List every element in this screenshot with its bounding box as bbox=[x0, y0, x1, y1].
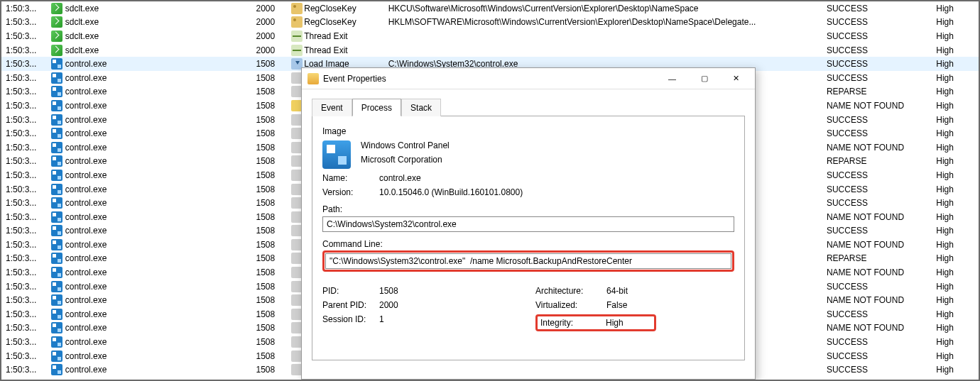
time-cell: 1:50:3... bbox=[1, 73, 51, 83]
result-cell: SUCCESS bbox=[827, 226, 936, 236]
pid-cell: 1508 bbox=[256, 295, 291, 305]
process-icon bbox=[51, 253, 62, 264]
process-name: control.exe bbox=[65, 101, 107, 111]
sid-label: Session ID: bbox=[322, 314, 379, 324]
detail-cell: High bbox=[936, 212, 979, 222]
version-label: Version: bbox=[322, 187, 379, 197]
process-icon bbox=[51, 72, 62, 84]
detail-cell: High bbox=[936, 226, 979, 236]
result-cell: SUCCESS bbox=[827, 115, 936, 125]
time-cell: 1:50:3... bbox=[1, 253, 51, 263]
detail-cell: High bbox=[936, 170, 979, 180]
pid-cell: 1508 bbox=[256, 226, 291, 236]
tab-process[interactable]: Process bbox=[352, 99, 401, 116]
result-cell: REPARSE bbox=[827, 156, 936, 166]
detail-cell: High bbox=[936, 365, 979, 375]
operation-icon bbox=[291, 45, 303, 56]
result-cell: SUCCESS bbox=[827, 337, 936, 347]
pid-cell: 1508 bbox=[256, 351, 291, 361]
pid-cell: 1508 bbox=[256, 87, 291, 96]
process-icon bbox=[51, 31, 62, 42]
dialog-titlebar[interactable]: Event Properties — ▢ ✕ bbox=[302, 68, 755, 89]
time-cell: 1:50:3... bbox=[1, 4, 51, 13]
tab-stack[interactable]: Stack bbox=[401, 99, 441, 116]
table-row[interactable]: 1:50:3...sdclt.exe2000Thread ExitSUCCESS… bbox=[1, 43, 979, 57]
process-icon bbox=[51, 281, 62, 292]
operation-name: RegCloseKey bbox=[304, 17, 356, 27]
process-icon bbox=[51, 100, 62, 111]
virt-value: False bbox=[606, 300, 627, 310]
sid-value: 1 bbox=[379, 314, 384, 324]
process-icon bbox=[51, 309, 62, 320]
time-cell: 1:50:3... bbox=[1, 87, 51, 96]
result-cell: SUCCESS bbox=[827, 128, 936, 138]
table-row[interactable]: 1:50:3...sdclt.exe2000RegCloseKeyHKLM\SO… bbox=[1, 16, 979, 30]
path-cell: HKLM\SOFTWARE\Microsoft\Windows\CurrentV… bbox=[388, 17, 827, 27]
process-icon bbox=[51, 16, 62, 28]
process-name: control.exe bbox=[65, 240, 107, 250]
process-icon bbox=[51, 170, 62, 181]
time-cell: 1:50:3... bbox=[1, 45, 51, 55]
result-cell: SUCCESS bbox=[827, 45, 936, 55]
process-icon bbox=[51, 58, 62, 70]
process-icon bbox=[51, 294, 62, 306]
minimize-button[interactable]: — bbox=[656, 69, 688, 89]
process-name: control.exe bbox=[65, 184, 107, 194]
detail-cell: High bbox=[936, 17, 979, 27]
arch-label: Architecture: bbox=[535, 286, 606, 296]
process-icon bbox=[51, 267, 62, 278]
process-name: control.exe bbox=[65, 170, 107, 180]
arch-value: 64-bit bbox=[606, 286, 628, 296]
result-cell: NAME NOT FOUND bbox=[827, 295, 936, 305]
result-cell: SUCCESS bbox=[827, 31, 936, 41]
table-row[interactable]: 1:50:3...sdclt.exe2000RegCloseKeyHKCU\So… bbox=[1, 1, 979, 16]
result-cell: NAME NOT FOUND bbox=[827, 267, 936, 277]
table-row[interactable]: 1:50:3...sdclt.exe2000Thread ExitSUCCESS… bbox=[1, 29, 979, 43]
event-properties-dialog: Event Properties — ▢ ✕ Event Process Sta… bbox=[301, 67, 756, 380]
pid-cell: 1508 bbox=[256, 323, 291, 333]
tab-content: Image Windows Control Panel Microsoft Co… bbox=[312, 116, 745, 360]
detail-cell: High bbox=[936, 309, 979, 319]
close-button[interactable]: ✕ bbox=[720, 69, 752, 89]
result-cell: SUCCESS bbox=[827, 309, 936, 319]
integrity-label: Integrity: bbox=[540, 318, 606, 328]
process-icon bbox=[51, 142, 62, 153]
virt-label: Virtualized: bbox=[535, 300, 606, 310]
process-name: control.exe bbox=[65, 212, 107, 222]
result-cell: SUCCESS bbox=[827, 59, 936, 69]
time-cell: 1:50:3... bbox=[1, 128, 51, 138]
process-name: control.exe bbox=[65, 365, 107, 375]
pid-cell: 1508 bbox=[256, 143, 291, 153]
detail-cell: High bbox=[936, 143, 979, 153]
cmdline-field[interactable] bbox=[325, 253, 731, 269]
process-name: control.exe bbox=[65, 282, 107, 292]
process-name: sdclt.exe bbox=[65, 4, 99, 13]
operation-icon bbox=[291, 3, 303, 14]
process-icon bbox=[51, 225, 62, 236]
process-name: control.exe bbox=[65, 323, 107, 333]
maximize-button[interactable]: ▢ bbox=[688, 69, 720, 89]
detail-cell: High bbox=[936, 115, 979, 125]
process-name: control.exe bbox=[65, 351, 107, 361]
process-icon bbox=[51, 322, 62, 333]
tab-event[interactable]: Event bbox=[312, 99, 352, 116]
detail-cell: High bbox=[936, 101, 979, 111]
process-icon bbox=[51, 239, 62, 250]
integrity-value: High bbox=[606, 318, 624, 328]
dialog-icon bbox=[307, 73, 319, 84]
path-field[interactable] bbox=[322, 216, 734, 232]
time-cell: 1:50:3... bbox=[1, 101, 51, 111]
detail-cell: High bbox=[936, 253, 979, 263]
image-section-label: Image bbox=[322, 126, 734, 136]
detail-cell: High bbox=[936, 156, 979, 166]
process-icon bbox=[51, 114, 62, 126]
time-cell: 1:50:3... bbox=[1, 198, 51, 208]
detail-cell: High bbox=[936, 240, 979, 250]
process-icon bbox=[51, 86, 62, 97]
process-icon bbox=[51, 364, 62, 375]
process-icon bbox=[51, 128, 62, 139]
detail-cell: High bbox=[936, 59, 979, 69]
pid-cell: 1508 bbox=[256, 73, 291, 83]
pid-cell: 1508 bbox=[256, 212, 291, 222]
process-icon bbox=[51, 211, 62, 223]
